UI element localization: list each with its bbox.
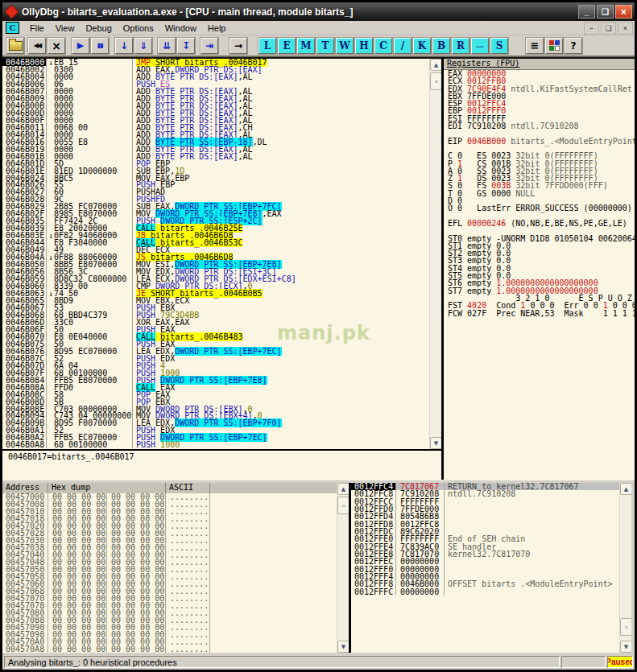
- close-button[interactable]: ×: [615, 5, 632, 19]
- disasm-row[interactable]: 0046B024 8BC5MOV EAX,EBP: [2, 175, 429, 182]
- disasm-row[interactable]: 0046B026 55PUSH EBP: [2, 181, 429, 188]
- register-line[interactable]: FCW 027F Prec NEAR,53 Mask 1 1 1 1 1 1: [444, 310, 635, 317]
- view-windows-button-glyph: W: [339, 41, 350, 51]
- dump-address: 004570A8: [2, 645, 48, 653]
- stack-scrollbar[interactable]: ▲ ≡ ▼: [619, 483, 631, 653]
- pause-button-glyph: ▮▮: [97, 43, 103, 49]
- toolbar-buttons: ◀◀×▶▮▮↓⇓⇊↧⇥→LEMTWHC/KBR...S≡?: [6, 38, 584, 54]
- list-icon-button[interactable]: ≡: [526, 38, 544, 54]
- register-lines: EAX 00000000ECX 0012FFB0EDX 7C90E4F4 ntd…: [444, 70, 635, 317]
- view-threads-button-glyph: T: [322, 41, 329, 51]
- window-titlebar[interactable]: OllyDbg - bitarts_evaluation.a.exe - [CP…: [2, 2, 635, 21]
- view-windows-button[interactable]: W: [336, 38, 354, 54]
- disasm-instruction: POP EAX: [133, 391, 429, 398]
- animate-into-button[interactable]: ⇊: [158, 38, 176, 54]
- register-line[interactable]: EFL 00000246 (NO,NB,E,BE,NS,PE,GE,LE): [444, 220, 635, 227]
- restart-button[interactable]: ◀◀: [28, 38, 46, 54]
- registers-header[interactable]: Registers (FPU): [444, 59, 635, 70]
- register-line[interactable]: EDI 7C910208 ntdll.7C910208: [444, 122, 635, 130]
- stack-comment: [445, 588, 619, 596]
- mdi-close-button[interactable]: ×: [618, 22, 633, 35]
- disasm-row[interactable]: 0046B044 E8 F3040000CALL bitarts_.0046B5…: [2, 239, 429, 246]
- mdi-restore-button[interactable]: ❏: [601, 22, 616, 35]
- disasm-row[interactable]: 0046B08A FFD0CALL EAX: [2, 384, 429, 391]
- scroll-up-icon[interactable]: ▲: [620, 483, 632, 495]
- view-cpu-button[interactable]: C: [374, 38, 392, 54]
- disasm-row[interactable]: 0046B09B 8D95 F0070000LEA EDX,DWORD PTR …: [2, 419, 429, 427]
- stack-row[interactable]: 0012FFFC00000000: [351, 588, 619, 596]
- disasm-row[interactable]: 0046B070 E8 0E040000CALL bitarts_.0046B4…: [2, 333, 429, 340]
- scroll-thumb[interactable]: ≡: [430, 72, 442, 90]
- disasm-row[interactable]: 0046B06D 33C0XOR EAX,EAX: [2, 319, 429, 326]
- minimize-button[interactable]: _: [578, 5, 595, 19]
- scroll-up-icon[interactable]: ▲: [337, 483, 350, 495]
- disasm-row[interactable]: 0046B065 8BD9MOV EBX,ECX: [2, 297, 429, 304]
- menu-item-options[interactable]: Options: [118, 22, 159, 35]
- dump-scrollbar[interactable]: ▲ ≡ ▼: [337, 483, 349, 653]
- menu-item-file[interactable]: File: [24, 22, 50, 35]
- disasm-row[interactable]: 0046B076 8D95 EC070000LEA EDX,DWORD PTR …: [2, 348, 429, 355]
- view-executables-button[interactable]: E: [278, 38, 296, 54]
- disasm-instruction: LEA EDX,DWORD PTR SS:[EBP+7F0]: [133, 419, 429, 427]
- disasm-row[interactable]: 0046B004 0000ADD BYTE PTR DS:[EAX],AL: [2, 73, 429, 80]
- dump-hex: 00 00 00 0000 00 00 00: [48, 645, 166, 653]
- view-memory-map-button-glyph: M: [300, 41, 311, 51]
- dump-ascii: ........: [166, 645, 210, 653]
- disasm-address: 0046B0A8: [2, 441, 47, 448]
- menu-item-debug[interactable]: Debug: [80, 22, 117, 35]
- scroll-up-icon[interactable]: ▲: [430, 59, 442, 71]
- appearance-button[interactable]: [545, 38, 563, 54]
- status-bar: Analysing bitarts_: 0 heuristical proced…: [2, 654, 635, 670]
- disasm-pane: 0046B000↓EB 15JMP SHORT bitarts_.0046B01…: [2, 59, 429, 449]
- help-button[interactable]: ?: [565, 38, 582, 54]
- scroll-down-icon[interactable]: ▼: [430, 437, 442, 449]
- scroll-down-icon[interactable]: ▼: [337, 641, 350, 653]
- view-call-stack-button[interactable]: K: [413, 38, 431, 54]
- go-to-address-button[interactable]: →: [230, 38, 247, 54]
- menu-item-help[interactable]: Help: [202, 22, 232, 35]
- register-line[interactable]: EIP 0046B000 bitarts_.<ModuleEntryPoint>: [444, 138, 635, 145]
- disasm-instruction: ADD BYTE PTR DS:[EAX],AL: [133, 153, 429, 160]
- view-threads-button[interactable]: T: [316, 38, 334, 54]
- stack-comment: [445, 513, 619, 520]
- execute-till-return-button[interactable]: ⇥: [201, 38, 218, 54]
- mdi-minimize-button[interactable]: −: [584, 22, 599, 35]
- disasm-scrollbar[interactable]: ▲ ≡ ▼: [429, 59, 441, 449]
- menu-item-window[interactable]: Window: [159, 22, 202, 35]
- disasm-row[interactable]: 0046B027 60PUSHAD: [2, 188, 429, 196]
- view-references-button[interactable]: R: [452, 38, 469, 54]
- dump-row[interactable]: 004570A800 00 00 0000 00 00 00........: [2, 645, 337, 653]
- register-line[interactable]: O 0 LastErr ERROR_SUCCESS (00000000): [444, 204, 635, 212]
- animate-over-button[interactable]: ↧: [177, 38, 195, 54]
- view-patches-button[interactable]: /: [394, 38, 412, 54]
- view-handles-button[interactable]: H: [355, 38, 373, 54]
- step-into-button[interactable]: ↓: [115, 38, 133, 54]
- cpu-window-icon[interactable]: C: [6, 22, 19, 34]
- step-over-button[interactable]: ⇓: [134, 38, 152, 54]
- stack-comment: [445, 558, 619, 565]
- disasm-row[interactable]: 0046B0A8 68 00100000PUSH 1000: [2, 441, 429, 448]
- disasm-instruction: XOR EAX,EAX: [133, 319, 429, 326]
- view-source-button[interactable]: S: [490, 38, 508, 54]
- open-file-button[interactable]: [6, 38, 24, 54]
- scroll-thumb[interactable]: ≡: [337, 497, 350, 514]
- animate-over-button-glyph: ↧: [182, 41, 190, 51]
- view-run-trace-button[interactable]: ...: [471, 38, 489, 54]
- main-toolbar: ◀◀×▶▮▮↓⇓⇊↧⇥→LEMTWHC/KBR...S≡?: [2, 35, 635, 57]
- close-program-button[interactable]: ×: [48, 38, 65, 54]
- pause-button[interactable]: ▮▮: [91, 38, 109, 54]
- scroll-down-icon[interactable]: ▼: [620, 641, 632, 653]
- run-button[interactable]: ▶: [72, 38, 89, 54]
- menu-item-view[interactable]: View: [50, 22, 81, 35]
- disasm-instruction: PUSH EDX: [133, 355, 429, 362]
- disasm-instruction: CALL EAX: [133, 384, 429, 391]
- disasm-row[interactable]: 0046B01B 0000ADD BYTE PTR DS:[EAX],AL: [2, 153, 429, 160]
- view-breakpoints-button[interactable]: B: [432, 38, 450, 54]
- scroll-thumb[interactable]: ≡: [620, 618, 632, 636]
- disasm-instruction: CALL bitarts_.0046B483: [133, 333, 429, 340]
- disasm-row[interactable]: 0046B08C 58POP EAX: [2, 391, 429, 398]
- view-memory-map-button[interactable]: M: [297, 38, 315, 54]
- maximize-button[interactable]: ❏: [597, 5, 614, 19]
- register-line[interactable]: T 0 GS 0000 NULL: [444, 190, 635, 197]
- view-log-button[interactable]: L: [259, 38, 276, 54]
